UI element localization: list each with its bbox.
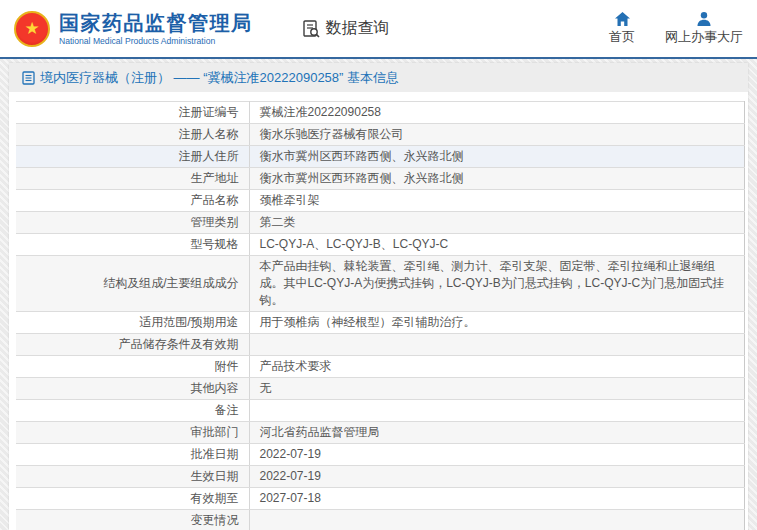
row-label-text: 结构及组成/主要组成成分 — [103, 276, 238, 290]
table-row[interactable]: 其他内容无 — [16, 378, 745, 400]
row-value: 冀械注准20222090258 — [249, 102, 745, 124]
row-label-text: 产品名称 — [191, 193, 239, 207]
row-value: 衡水市冀州区西环路西侧、永兴路北侧 — [249, 168, 745, 190]
row-label-text: 注册证编号 — [179, 105, 239, 119]
row-value: 本产品由挂钩、棘轮装置、牵引绳、测力计、牵引支架、固定带、牵引拉绳和止退绳组成。… — [249, 256, 745, 312]
row-label: 附件 — [16, 356, 249, 378]
table-row[interactable]: 有效期至2027-07-18 — [16, 488, 745, 510]
row-value: 颈椎牵引架 — [249, 190, 745, 212]
search-document-icon — [301, 19, 321, 39]
row-value — [249, 400, 745, 422]
registration-info-table: 注册证编号冀械注准20222090258注册人名称衡水乐驰医疗器械有限公司注册人… — [16, 101, 745, 530]
table-row[interactable]: 管理类别第二类 — [16, 212, 745, 234]
row-label-text: 变更情况 — [191, 513, 239, 527]
row-value — [249, 334, 745, 356]
row-label-text: 审批部门 — [191, 425, 239, 439]
logo-title-cn: 国家药品监督管理局 — [59, 12, 253, 35]
logo-title-en: National Medical Products Administration — [59, 36, 253, 46]
row-label: 结构及组成/主要组成成分 — [16, 256, 249, 312]
row-label: 批准日期 — [16, 444, 249, 466]
row-label: 变更情况 — [16, 510, 249, 530]
page-title: 境内医疗器械（注册） —— “冀械注准20222090258” 基本信息 — [40, 69, 399, 87]
row-label: 备注 — [16, 400, 249, 422]
table-row[interactable]: 适用范围/预期用途用于颈椎病（神经根型）牵引辅助治疗。 — [16, 312, 745, 334]
row-label-text: 其他内容 — [191, 381, 239, 395]
table-row[interactable]: 型号规格LC-QYJ-A、LC-QYJ-B、LC-QYJ-C — [16, 234, 745, 256]
row-value — [249, 510, 745, 530]
row-value: 2022-07-19 — [249, 466, 745, 488]
row-label-text: 生产地址 — [191, 171, 239, 185]
site-logo[interactable]: ★ 国家药品监督管理局 National Medical Products Ad… — [14, 11, 253, 47]
row-label: 注册证编号 — [16, 102, 249, 124]
row-label: 产品储存条件及有效期 — [16, 334, 249, 356]
home-icon — [614, 11, 631, 27]
table-row[interactable]: 产品储存条件及有效期 — [16, 334, 745, 356]
info-table-body: 注册证编号冀械注准20222090258注册人名称衡水乐驰医疗器械有限公司注册人… — [16, 102, 745, 530]
row-value: 衡水乐驰医疗器械有限公司 — [249, 124, 745, 146]
national-emblem-icon: ★ — [14, 11, 50, 47]
row-value: 第二类 — [249, 212, 745, 234]
row-label: 生效日期 — [16, 466, 249, 488]
row-value: 无 — [249, 378, 745, 400]
document-icon — [22, 71, 35, 85]
table-row[interactable]: 注册证编号冀械注准20222090258 — [16, 102, 745, 124]
row-label: 注册人名称 — [16, 124, 249, 146]
row-value: 用于颈椎病（神经根型）牵引辅助治疗。 — [249, 312, 745, 334]
row-label-text: 有效期至 — [191, 491, 239, 505]
table-row[interactable]: 注册人住所衡水市冀州区西环路西侧、永兴路北侧 — [16, 146, 745, 168]
row-label: 注册人住所 — [16, 146, 249, 168]
row-value: 2022-07-19 — [249, 444, 745, 466]
table-row[interactable]: 生产地址衡水市冀州区西环路西侧、永兴路北侧 — [16, 168, 745, 190]
header-nav: 首页 网上办事大厅 — [609, 11, 743, 46]
table-row[interactable]: 产品名称颈椎牵引架 — [16, 190, 745, 212]
row-label-text: 批准日期 — [191, 447, 239, 461]
row-value: 2027-07-18 — [249, 488, 745, 510]
row-label-text: 附件 — [215, 359, 239, 373]
row-value: 河北省药品监督管理局 — [249, 422, 745, 444]
row-label-text: 型号规格 — [191, 237, 239, 251]
breadcrumb: 境内医疗器械（注册） —— “冀械注准20222090258” 基本信息 — [9, 63, 748, 92]
row-label-text: 注册人住所 — [179, 149, 239, 163]
table-row[interactable]: 变更情况 — [16, 510, 745, 530]
site-header: ★ 国家药品监督管理局 National Medical Products Ad… — [0, 0, 757, 59]
row-value: 产品技术要求 — [249, 356, 745, 378]
table-row[interactable]: 审批部门河北省药品监督管理局 — [16, 422, 745, 444]
row-label-text: 注册人名称 — [179, 127, 239, 141]
row-label: 其他内容 — [16, 378, 249, 400]
row-label-text: 管理类别 — [191, 215, 239, 229]
row-label: 产品名称 — [16, 190, 249, 212]
row-label: 审批部门 — [16, 422, 249, 444]
content-panel: 境内医疗器械（注册） —— “冀械注准20222090258” 基本信息 注册证… — [9, 63, 748, 530]
row-label-text: 产品储存条件及有效期 — [119, 337, 239, 351]
row-label-text: 生效日期 — [191, 469, 239, 483]
person-icon — [696, 11, 712, 27]
row-value: 衡水市冀州区西环路西侧、永兴路北侧 — [249, 146, 745, 168]
table-row[interactable]: 结构及组成/主要组成成分本产品由挂钩、棘轮装置、牵引绳、测力计、牵引支架、固定带… — [16, 256, 745, 312]
table-row[interactable]: 备注 — [16, 400, 745, 422]
row-label: 型号规格 — [16, 234, 249, 256]
row-label-text: 适用范围/预期用途 — [139, 315, 238, 329]
row-label: 有效期至 — [16, 488, 249, 510]
data-query-label: 数据查询 — [326, 18, 390, 39]
nav-home[interactable]: 首页 — [609, 11, 635, 46]
nav-service-hall-label: 网上办事大厅 — [665, 29, 743, 46]
content-area: 境内医疗器械（注册） —— “冀械注准20222090258” 基本信息 注册证… — [0, 59, 757, 530]
row-label: 生产地址 — [16, 168, 249, 190]
row-label-text: 备注 — [215, 403, 239, 417]
table-row[interactable]: 附件产品技术要求 — [16, 356, 745, 378]
nav-service-hall[interactable]: 网上办事大厅 — [665, 11, 743, 46]
nav-home-label: 首页 — [609, 29, 635, 46]
row-label: 管理类别 — [16, 212, 249, 234]
row-value: LC-QYJ-A、LC-QYJ-B、LC-QYJ-C — [249, 234, 745, 256]
row-label: 适用范围/预期用途 — [16, 312, 249, 334]
table-row[interactable]: 批准日期2022-07-19 — [16, 444, 745, 466]
table-row[interactable]: 生效日期2022-07-19 — [16, 466, 745, 488]
table-row[interactable]: 注册人名称衡水乐驰医疗器械有限公司 — [16, 124, 745, 146]
data-query-button[interactable]: 数据查询 — [301, 18, 390, 39]
